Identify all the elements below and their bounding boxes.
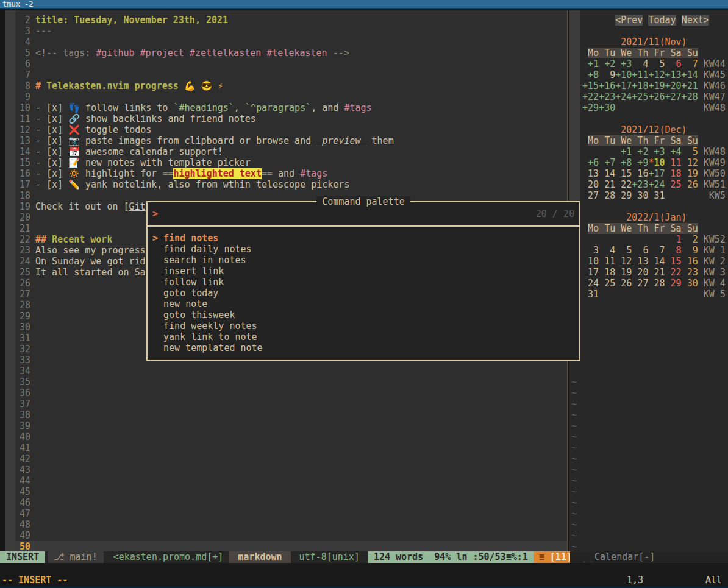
- palette-item[interactable]: new note: [152, 299, 579, 310]
- calendar-line[interactable]: ~: [571, 442, 728, 453]
- editor-line[interactable]: 15- [x] 📝 new notes with template picker: [15, 157, 567, 168]
- editor-line[interactable]: 17- [x] ✏️ yank notelink, also from wthi…: [15, 179, 567, 190]
- calendar-line[interactable]: ~: [571, 475, 728, 486]
- editor-line[interactable]: 2title: Tuesday, November 23th, 2021: [15, 15, 567, 26]
- calendar-line[interactable]: +8 9+10+11+12+13+14 KW45: [571, 69, 728, 80]
- calendar-line[interactable]: [571, 201, 728, 212]
- calendar-line[interactable]: 27 28 29 30 31 KW5: [571, 190, 728, 201]
- editor-line[interactable]: 10- [x] 👣 follow links to `#headings`, `…: [15, 102, 567, 113]
- calendar-line[interactable]: [571, 300, 728, 311]
- editor-line[interactable]: 39: [15, 420, 567, 431]
- editor-line[interactable]: 3---: [15, 26, 567, 37]
- editor-line[interactable]: 16- [x] 🔅 highlight for ==highlighted te…: [15, 168, 567, 179]
- calendar-line[interactable]: 1 2 KW52: [571, 234, 728, 245]
- editor-line[interactable]: 50: [15, 541, 567, 551]
- calendar-line[interactable]: [571, 344, 728, 355]
- calendar-line[interactable]: <Prev Today Next>: [571, 15, 728, 26]
- calendar-line[interactable]: 20 21 22+23+24 25 26 KW51: [571, 179, 728, 190]
- palette-item[interactable]: follow link: [152, 277, 579, 288]
- editor-line[interactable]: 37: [15, 398, 567, 409]
- left-scrollbar[interactable]: [5, 10, 15, 551]
- calendar-line[interactable]: 2021/11(Nov): [571, 37, 728, 48]
- calendar-line[interactable]: ~: [571, 409, 728, 420]
- editor-line[interactable]: 9: [15, 91, 567, 102]
- calendar-line[interactable]: ~: [571, 464, 728, 475]
- editor-line[interactable]: 13- [x] 📷 paste images from clipboard or…: [15, 135, 567, 146]
- calendar-line[interactable]: [571, 333, 728, 344]
- calendar-line[interactable]: [571, 322, 728, 333]
- editor-line[interactable]: 18: [15, 190, 567, 201]
- calendar-line[interactable]: [571, 311, 728, 322]
- calendar-line[interactable]: 3 4 5 6 7 8 9 KW 1: [571, 245, 728, 256]
- palette-item[interactable]: find daily notes: [152, 244, 579, 255]
- editor-line[interactable]: 44: [15, 475, 567, 486]
- editor-line[interactable]: 4: [15, 37, 567, 48]
- palette-item[interactable]: find weekly notes: [152, 321, 579, 331]
- palette-item[interactable]: > find notes: [152, 233, 579, 244]
- calendar-line[interactable]: ~: [571, 431, 728, 442]
- palette-item[interactable]: yank link to note: [152, 331, 579, 342]
- calendar-nav-button[interactable]: <Prev: [615, 15, 643, 26]
- calendar-line[interactable]: ~: [571, 377, 728, 388]
- editor-line[interactable]: 11- [x] 🔗 show backlinks and friend note…: [15, 113, 567, 124]
- editor-line[interactable]: 49: [15, 530, 567, 541]
- editor-line[interactable]: 38: [15, 409, 567, 420]
- calendar-line[interactable]: 2021/12(Dec): [571, 124, 728, 135]
- editor-line[interactable]: 8# Telekasten.nvim progress 💪 😎 ⚡: [15, 80, 567, 91]
- editor-line[interactable]: 47: [15, 508, 567, 519]
- calendar-line[interactable]: [571, 366, 728, 377]
- calendar-line[interactable]: +29+30 KW48: [571, 102, 728, 113]
- calendar-line[interactable]: +1 +2 +3 +4 5 KW48: [571, 146, 728, 157]
- calendar-line[interactable]: [571, 26, 728, 37]
- editor-line[interactable]: 48: [15, 519, 567, 530]
- palette-item[interactable]: insert link: [152, 266, 579, 277]
- calendar-line[interactable]: +1 +2 +3 4 5 6 7 KW44: [571, 58, 728, 69]
- palette-item[interactable]: new templated note: [152, 342, 579, 353]
- calendar-line[interactable]: ~: [571, 530, 728, 541]
- editor-line[interactable]: 40: [15, 431, 567, 442]
- calendar-line[interactable]: ~: [571, 508, 728, 519]
- calendar-panel[interactable]: <Prev Today Next> 2021/11(Nov) Mo Tu We …: [569, 10, 728, 551]
- editor-line[interactable]: 34: [15, 366, 567, 377]
- palette-item[interactable]: goto today: [152, 288, 579, 299]
- calendar-line[interactable]: 31 KW 5: [571, 289, 728, 300]
- calendar-line[interactable]: ~: [571, 497, 728, 508]
- calendar-line[interactable]: ~: [571, 486, 728, 497]
- calendar-line[interactable]: 2022/1(Jan): [571, 212, 728, 223]
- calendar-line[interactable]: 13 14 15 16+17 18 19 KW50: [571, 168, 728, 179]
- editor-line[interactable]: 35: [15, 377, 567, 388]
- calendar-line[interactable]: ~: [571, 420, 728, 431]
- calendar-line[interactable]: ~: [571, 388, 728, 398]
- calendar-line[interactable]: ~: [571, 398, 728, 409]
- calendar-line[interactable]: 24 25 26 27 28 29 30 KW 4: [571, 278, 728, 289]
- calendar-line[interactable]: +22+23+24+25+26+27+28 KW47: [571, 91, 728, 102]
- calendar-line[interactable]: [571, 355, 728, 366]
- palette-item[interactable]: goto thisweek: [152, 310, 579, 321]
- editor-line[interactable]: 36: [15, 388, 567, 398]
- calendar-line[interactable]: ~: [571, 519, 728, 530]
- command-line[interactable]: :lua require('telekasten').panel(): [0, 563, 728, 575]
- editor-line[interactable]: 5<!-- tags: #github #project #zettelkast…: [15, 48, 567, 58]
- editor-line[interactable]: 45: [15, 486, 567, 497]
- editor-line[interactable]: 7: [15, 69, 567, 80]
- calendar-line[interactable]: Mo Tu We Th Fr Sa Su: [571, 48, 728, 58]
- editor-line[interactable]: 14- [x] 📅 awesome calendar support!: [15, 146, 567, 157]
- editor-line[interactable]: 41: [15, 442, 567, 453]
- palette-item[interactable]: search in notes: [152, 255, 579, 266]
- calendar-line[interactable]: +6 +7 +8 +9*10 11 12 KW49: [571, 157, 728, 168]
- editor-line[interactable]: 6: [15, 58, 567, 69]
- calendar-line[interactable]: Mo Tu We Th Fr Sa Su: [571, 223, 728, 234]
- calendar-line[interactable]: +15+16+17+18+19+20+21 KW46: [571, 80, 728, 91]
- calendar-line[interactable]: [571, 113, 728, 124]
- calendar-line[interactable]: 10 11 12 13 14 15 16 KW 2: [571, 256, 728, 267]
- calendar-nav-button[interactable]: Next>: [682, 15, 709, 26]
- calendar-line[interactable]: 17 18 19 20 21 22 23 KW 3: [571, 267, 728, 278]
- editor-line[interactable]: 43: [15, 464, 567, 475]
- editor-line[interactable]: 46: [15, 497, 567, 508]
- calendar-line[interactable]: ~: [571, 541, 728, 551]
- calendar-line[interactable]: ~: [571, 453, 728, 464]
- calendar-line[interactable]: Mo Tu We Th Fr Sa Su: [571, 135, 728, 146]
- editor-line[interactable]: 42: [15, 453, 567, 464]
- calendar-nav-button[interactable]: Today: [648, 15, 676, 26]
- editor-line[interactable]: 12- [x] ❌ toggle todos: [15, 124, 567, 135]
